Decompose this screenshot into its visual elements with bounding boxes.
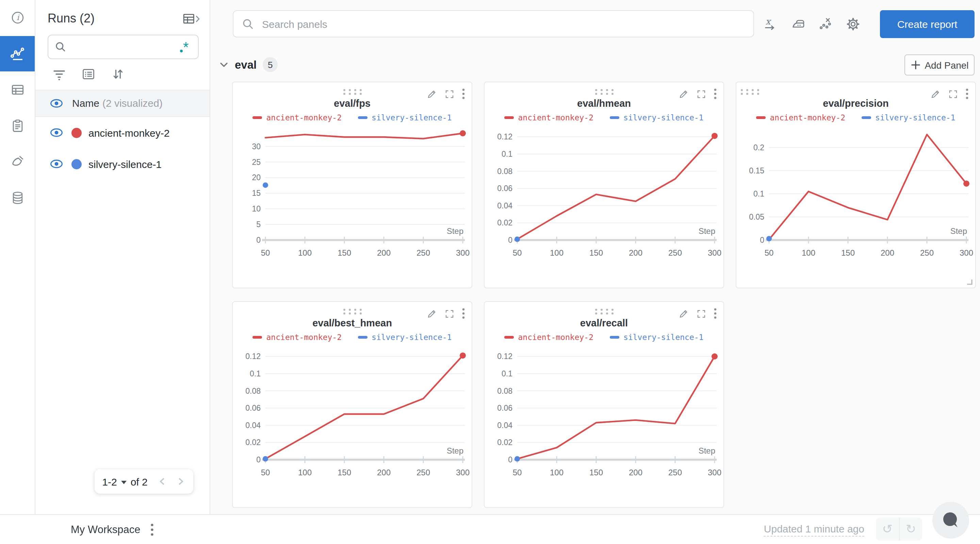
create-report-button[interactable]: Create report [880, 10, 975, 38]
legend-entry[interactable]: silvery-silence-1 [610, 333, 703, 342]
chart-panel: eval/fps ancient-monkey-2silvery-silence… [232, 82, 472, 288]
edit-panel-pencil-icon[interactable] [427, 89, 437, 99]
x-axis-settings-icon[interactable]: x [764, 16, 779, 32]
fullscreen-icon[interactable] [696, 308, 706, 319]
legend-run-name: silvery-silence-1 [624, 113, 703, 122]
panel-plot[interactable]: 00.050.10.150.250100150200250300Step [737, 124, 975, 288]
filter-icon[interactable] [52, 67, 66, 81]
panel-menu-kebab-icon[interactable] [462, 89, 465, 99]
legend-run-name: silvery-silence-1 [372, 113, 452, 122]
resize-handle-icon[interactable] [965, 278, 973, 285]
panel-search-input[interactable] [261, 17, 745, 30]
legend-run-name: silvery-silence-1 [624, 333, 703, 342]
svg-text:250: 250 [668, 468, 682, 477]
edit-panel-pencil-icon[interactable] [679, 308, 689, 319]
legend-swatch [610, 117, 619, 119]
panel-menu-kebab-icon[interactable] [966, 89, 969, 99]
legend-entry[interactable]: silvery-silence-1 [358, 333, 452, 342]
panel-plot[interactable]: 00.020.040.060.080.10.125010015020025030… [233, 344, 472, 507]
panel-legend: ancient-monkey-2silvery-silence-1 [233, 111, 472, 124]
panel-plot[interactable]: 00.020.040.060.080.10.125010015020025030… [485, 124, 724, 288]
logs-tab-icon[interactable] [0, 108, 35, 143]
panel-plot[interactable]: 05101520253050100150200250300Step [233, 124, 472, 288]
edit-panel-pencil-icon[interactable] [930, 89, 940, 99]
workspace-menu-kebab-icon[interactable] [150, 523, 154, 536]
sort-icon[interactable] [111, 67, 124, 81]
svg-text:0.06: 0.06 [497, 184, 512, 193]
svg-text:0: 0 [256, 455, 261, 464]
panel-legend: ancient-monkey-2silvery-silence-1 [233, 330, 472, 344]
svg-text:25: 25 [252, 158, 261, 167]
sweeps-brush-icon[interactable] [0, 144, 35, 179]
runs-search-box: * [48, 35, 199, 59]
edit-panel-pencil-icon[interactable] [427, 308, 437, 319]
eye-icon[interactable] [50, 127, 63, 138]
svg-text:0.08: 0.08 [245, 387, 261, 395]
runs-pagination: 1-2 of 2 [95, 469, 193, 494]
next-page-icon[interactable] [175, 476, 186, 487]
add-panel-button[interactable]: Add Panel [904, 54, 975, 76]
legend-entry[interactable]: ancient-monkey-2 [253, 113, 342, 122]
fullscreen-icon[interactable] [444, 89, 455, 99]
fullscreen-icon[interactable] [696, 89, 706, 99]
svg-text:0.02: 0.02 [497, 438, 512, 447]
chevron-down-icon[interactable] [121, 481, 127, 484]
panel-legend: ancient-monkey-2silvery-silence-1 [485, 330, 724, 344]
table-tab-icon[interactable] [0, 72, 35, 108]
svg-text:0.04: 0.04 [497, 421, 512, 430]
chat-support-button[interactable] [932, 502, 969, 539]
fullscreen-icon[interactable] [444, 308, 455, 319]
eye-icon[interactable] [50, 98, 63, 109]
svg-text:250: 250 [668, 248, 682, 257]
legend-entry[interactable]: ancient-monkey-2 [253, 333, 342, 342]
info-icon[interactable]: i [0, 0, 35, 35]
runs-table-expand-icon[interactable] [182, 12, 200, 25]
legend-entry[interactable]: ancient-monkey-2 [756, 113, 846, 122]
pagination-range[interactable]: 1-2 [102, 476, 117, 487]
panel-menu-kebab-icon[interactable] [462, 308, 465, 319]
svg-text:0: 0 [508, 236, 512, 244]
edit-panel-pencil-icon[interactable] [679, 89, 689, 99]
panel-legend: ancient-monkey-2silvery-silence-1 [737, 111, 975, 124]
runs-name-header: Name [72, 97, 99, 109]
legend-entry[interactable]: ancient-monkey-2 [504, 333, 594, 342]
section-title[interactable]: eval [235, 58, 256, 71]
run-color-dot [72, 159, 82, 169]
svg-text:15: 15 [252, 189, 261, 198]
svg-text:0.02: 0.02 [245, 438, 261, 447]
run-name: silvery-silence-1 [89, 158, 162, 170]
smoothing-iron-icon[interactable] [791, 16, 807, 32]
svg-text:0.08: 0.08 [497, 167, 512, 176]
svg-text:5: 5 [256, 220, 261, 229]
legend-entry[interactable]: ancient-monkey-2 [504, 113, 594, 122]
redo-icon[interactable]: ↻ [899, 517, 922, 541]
section-collapse-chevron-icon[interactable] [219, 60, 229, 69]
run-row[interactable]: silvery-silence-1 [35, 148, 210, 179]
outliers-icon[interactable] [818, 16, 834, 32]
svg-text:0.1: 0.1 [501, 150, 512, 159]
workspace-title: My Workspace [71, 523, 140, 536]
svg-text:Step: Step [698, 446, 715, 455]
legend-entry[interactable]: silvery-silence-1 [610, 113, 703, 122]
run-row[interactable]: ancient-monkey-2 [35, 117, 210, 148]
fullscreen-icon[interactable] [948, 89, 958, 99]
settings-gear-icon[interactable] [845, 16, 861, 32]
prev-page-icon[interactable] [157, 476, 168, 487]
panel-menu-kebab-icon[interactable] [714, 89, 717, 99]
panel-legend: ancient-monkey-2silvery-silence-1 [485, 111, 724, 124]
visibility-list-icon[interactable] [82, 67, 95, 81]
panel-plot[interactable]: 00.020.040.060.080.10.125010015020025030… [485, 344, 724, 507]
regex-icon[interactable]: * [178, 40, 192, 54]
legend-entry[interactable]: silvery-silence-1 [358, 113, 452, 122]
panel-menu-kebab-icon[interactable] [714, 308, 717, 319]
artifacts-database-icon[interactable] [0, 180, 35, 216]
runs-search-input[interactable] [72, 41, 173, 53]
eye-icon[interactable] [50, 159, 63, 169]
undo-icon[interactable]: ↺ [876, 517, 899, 541]
updated-timestamp[interactable]: Updated 1 minute ago [764, 523, 864, 536]
legend-entry[interactable]: silvery-silence-1 [862, 113, 955, 122]
legend-swatch [504, 117, 514, 119]
svg-text:20: 20 [252, 173, 261, 182]
svg-text:0.1: 0.1 [501, 369, 512, 378]
charts-tab-icon[interactable] [0, 36, 35, 71]
